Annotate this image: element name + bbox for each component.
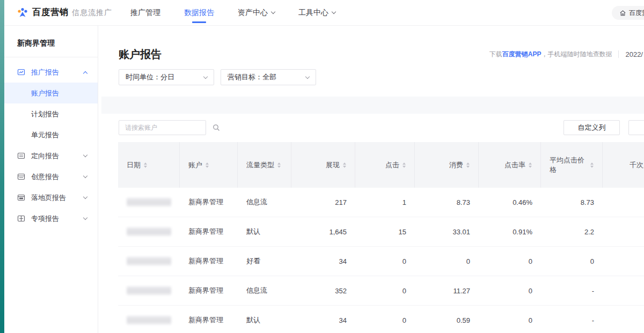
time-unit-select[interactable]: 时间单位：分日 [119,69,214,85]
cell-cost: 0.59 [415,306,479,333]
sidebar-item-plan-report[interactable]: 计划报告 [4,103,98,124]
cell-avg-cpc: 2.2 [541,217,603,246]
cell-cost: 33.01 [415,217,479,246]
homepage-button[interactable]: 百度营销首页 [612,6,644,20]
sidebar-item-account-report[interactable]: 账户报告 [4,83,98,103]
table-row[interactable]: 新商界管理 默认 34 0 0.59 0 - [118,306,644,333]
left-edge-strip [0,0,4,333]
cell-clicks: 0 [355,247,415,276]
nav-label: 数据报告 [184,8,214,18]
chevron-down-icon [83,153,87,157]
redacted-date [127,257,171,265]
column-label: 流量类型 [246,160,274,170]
column-label: 平均点击价格 [550,156,587,175]
table-toolbar: 自定义列 下载 [119,120,644,135]
download-button[interactable]: 下载 [628,120,644,135]
cell-impressions: 34 [291,306,355,333]
sidebar-group-creative-report[interactable]: 创意报告 [4,166,98,187]
home-icon [619,10,626,17]
cell-date [118,276,180,305]
sort-icon[interactable] [144,162,147,168]
table-row[interactable]: 新商界管理 默认 1,645 15 33.01 0.91% 2.2 [118,217,644,247]
cell-cost: 11.27 [415,276,479,305]
time-unit-value: 时间单位：分日 [126,72,174,82]
search-input[interactable] [119,124,213,131]
sidebar-group-label: 创意报告 [31,172,59,182]
cell-date [118,306,180,333]
redacted-date [127,198,171,206]
cell-impressions: 34 [291,247,355,276]
cell-account: 新商界管理 [180,276,238,305]
table-row[interactable]: 新商界管理 信息流 217 1 8.73 0.46% 8.73 [118,188,644,217]
date-range-picker[interactable]: 2022/ [625,50,644,58]
main-content: 账户报告 下载 百度营销APP ，手机端随时随地查数据 2022/ 时间单位：分… [98,26,644,333]
sidebar-group-label: 专项报告 [31,214,59,224]
column-header-ctr[interactable]: 点击率 [479,142,541,188]
report-icon [17,194,25,202]
column-header-account[interactable]: 账户 [180,142,238,188]
cell-ctr: 0 [479,276,541,305]
sort-icon[interactable] [206,162,209,168]
marketing-goal-value: 营销目标：全部 [228,72,276,82]
nav-label: 工具中心 [298,8,328,18]
cell-traffic-type: 信息流 [238,276,291,305]
baidu-marketing-logo-icon [16,6,29,19]
column-header-avg-cpc[interactable]: 平均点击价格 [541,142,603,188]
column-header-cost[interactable]: 消费 [415,142,479,188]
marketing-goal-select[interactable]: 营销目标：全部 [221,69,316,85]
app-download-link[interactable]: 百度营销APP [502,50,541,59]
sidebar-item-unit-report[interactable]: 单元报告 [4,124,98,145]
nav-item-asset-center[interactable]: 资产中心 [238,0,275,26]
cell-clicks: 0 [355,306,415,333]
sort-icon[interactable] [343,162,346,168]
chevron-down-icon [305,74,310,78]
table-header-row: 日期 账户 流量类型 展现 点击 [118,142,644,188]
nav-item-data-report[interactable]: 数据报告 [184,0,214,26]
sidebar-account-name: 新商界管理 [4,26,98,57]
sidebar-group-landing-page-report[interactable]: 落地页报告 [4,187,98,208]
cell-ctr: 0.46% [479,188,541,217]
column-header-impressions[interactable]: 展现 [291,142,355,188]
column-header-cpm[interactable]: 千次展现 [603,142,644,188]
chevron-down-icon [83,216,87,220]
cell-impressions: 352 [291,276,355,305]
sidebar-group-promotion-report[interactable]: 推广报告 [4,62,98,83]
sidebar-menu: 推广报告 账户报告 计划报告 单元报告 定向报告 [4,57,98,229]
account-report-table: 日期 账户 流量类型 展现 点击 [118,142,644,333]
sort-icon[interactable] [466,162,470,168]
cell-cost: 0 [415,247,479,276]
primary-nav: 推广管理 数据报告 资产中心 工具中心 [130,0,359,26]
account-search [119,120,206,135]
column-header-clicks[interactable]: 点击 [355,142,415,188]
page-title: 账户报告 [119,47,162,62]
report-icon [17,68,25,76]
filter-row: 时间单位：分日 营销目标：全部 [119,69,316,85]
cell-cpm [603,188,644,217]
customize-columns-button[interactable]: 自定义列 [564,120,620,135]
vertical-divider [618,50,619,58]
brand-logo[interactable]: 百度营销 信息流推广 [16,6,112,19]
column-header-date[interactable]: 日期 [118,142,180,188]
sort-icon[interactable] [402,162,406,168]
sort-icon[interactable] [277,162,281,168]
chevron-down-icon [83,195,87,199]
cell-traffic-type: 信息流 [238,188,291,217]
cell-account: 新商界管理 [180,188,238,217]
column-label: 账户 [188,160,202,170]
sidebar-group-special-report[interactable]: 专项报告 [4,208,98,229]
nav-item-promotion-management[interactable]: 推广管理 [130,0,160,26]
column-label: 千次展现 [630,160,644,170]
table-row[interactable]: 新商界管理 好看 34 0 0 0 0 [118,247,644,276]
nav-item-tool-center[interactable]: 工具中心 [298,0,335,26]
table-row[interactable]: 新商界管理 信息流 352 0 11.27 0 - [118,276,644,306]
sidebar-group-targeting-report[interactable]: 定向报告 [4,145,98,166]
column-header-traffic-type[interactable]: 流量类型 [238,142,291,188]
sort-icon[interactable] [590,162,594,168]
sidebar-item-label: 计划报告 [31,109,59,119]
brand-name: 百度营销 [32,7,69,18]
cell-cost: 8.73 [415,188,479,217]
search-icon[interactable] [213,124,220,131]
cell-traffic-type: 好看 [238,247,291,276]
page-header: 账户报告 下载 百度营销APP ，手机端随时随地查数据 2022/ [119,46,644,62]
sort-icon[interactable] [529,162,532,168]
